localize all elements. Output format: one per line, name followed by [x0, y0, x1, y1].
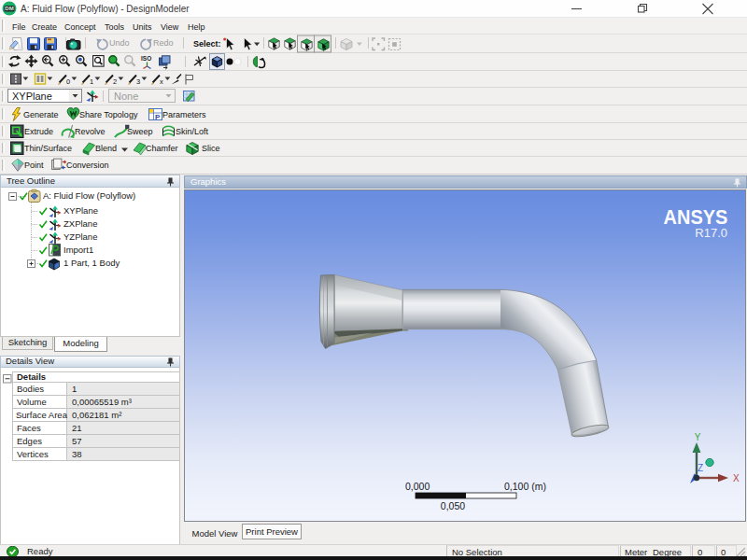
svg-text:0: 0	[66, 77, 70, 86]
svg-text:0,050: 0,050	[441, 500, 465, 511]
svg-text:X: X	[733, 473, 740, 483]
svg-text:0,000: 0,000	[405, 481, 430, 492]
svg-text:Y: Y	[695, 432, 701, 442]
svg-text:P: P	[155, 113, 161, 121]
svg-text:0,100 (m): 0,100 (m)	[504, 481, 546, 492]
svg-text:DM: DM	[5, 6, 13, 11]
svg-text:3: 3	[136, 77, 140, 86]
svg-text:x: x	[160, 77, 163, 86]
svg-text:ISO: ISO	[141, 55, 151, 62]
svg-text:2: 2	[113, 77, 117, 86]
svg-text:Z: Z	[698, 463, 703, 473]
svg-text:1: 1	[90, 77, 93, 86]
